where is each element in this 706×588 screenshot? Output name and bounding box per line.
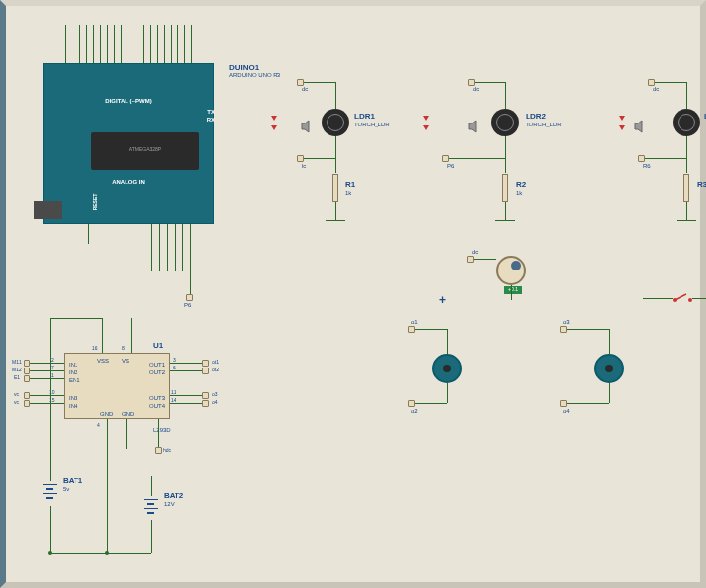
wire: [107, 25, 108, 63]
terminal: [24, 375, 30, 382]
wire: [686, 82, 687, 109]
wire: [472, 259, 496, 260]
wire: [335, 202, 336, 220]
m11-label: M11: [12, 359, 22, 365]
dc3-label: dc: [653, 86, 659, 92]
sounder-icon[interactable]: [300, 119, 316, 134]
bat1-name: BAT1: [63, 476, 82, 485]
r2[interactable]: [502, 174, 508, 202]
usb-port: [34, 201, 62, 219]
probe-icon: [619, 116, 625, 121]
schematic-canvas[interactable]: DIGITAL (~PWM) ATMEGA328P ANALOG IN RESE…: [0, 0, 706, 588]
wire: [159, 224, 160, 271]
wire: [565, 403, 609, 404]
p6b-label: P6: [447, 163, 454, 169]
pin14: 14: [171, 397, 176, 403]
motor2[interactable]: [594, 354, 624, 383]
wire: [335, 136, 336, 173]
wire: [643, 158, 686, 159]
pin4: 4: [97, 422, 100, 428]
wire: [50, 318, 51, 466]
wire: [50, 506, 51, 553]
arduino-board[interactable]: DIGITAL (~PWM) ATMEGA328P ANALOG IN RESE…: [43, 63, 214, 224]
r3[interactable]: [683, 174, 689, 202]
motor1[interactable]: [432, 354, 462, 383]
wire: [170, 395, 203, 396]
terminal: [202, 360, 209, 367]
terminal: [186, 294, 193, 301]
ldr3[interactable]: [673, 109, 700, 136]
tx-label: TX: [207, 109, 215, 115]
ldr2[interactable]: [491, 109, 519, 136]
terminal: [24, 392, 30, 399]
wire: [102, 318, 103, 353]
sounder-icon[interactable]: [467, 119, 482, 134]
wire: [170, 363, 203, 364]
wire: [143, 25, 144, 63]
wire: [50, 553, 151, 554]
pin6: 6: [173, 365, 176, 370]
r6-label: R6: [643, 163, 651, 169]
r1-name: R1: [345, 180, 355, 189]
bat2[interactable]: [144, 496, 156, 519]
r1[interactable]: [332, 174, 338, 202]
servo-value: +0.1: [504, 286, 522, 294]
wire: [164, 25, 165, 63]
wire: [565, 329, 609, 330]
servo-motor[interactable]: [496, 256, 526, 285]
wire: [126, 419, 127, 449]
ot1-label: ot1: [212, 359, 219, 365]
wire: [175, 224, 176, 271]
r2-name: R2: [516, 180, 526, 189]
o4-label: o4: [563, 408, 570, 414]
wire: [30, 403, 64, 404]
terminal: [24, 368, 30, 374]
wire: [335, 82, 336, 109]
bat2-name: BAT2: [164, 491, 183, 500]
dc2-label: dc: [473, 86, 479, 92]
wire: [167, 224, 168, 271]
switch[interactable]: [673, 290, 700, 304]
sounder-icon[interactable]: [633, 119, 649, 134]
rx-label: RX: [207, 117, 215, 122]
wire: [114, 25, 115, 63]
probe-icon: [423, 116, 429, 121]
wire: [191, 25, 192, 63]
terminal: [442, 155, 449, 162]
o3-label: o3: [563, 319, 570, 325]
terminal: [24, 360, 30, 367]
m12-label: M12: [12, 367, 22, 372]
bat1[interactable]: [43, 481, 55, 505]
wire: [151, 520, 152, 553]
wire: [447, 383, 448, 403]
ot2-label: ot2: [212, 367, 219, 372]
wire: [505, 82, 506, 109]
probe-icon: [619, 125, 625, 130]
wire: [30, 370, 64, 371]
pin11: 11: [171, 389, 176, 395]
reset-label: RESET: [92, 194, 98, 211]
wire: [182, 224, 183, 271]
wire: [30, 378, 64, 379]
wire: [609, 329, 610, 354]
o2-label: o2: [411, 408, 418, 414]
terminal: [202, 392, 209, 399]
u1-name: U1: [153, 341, 163, 350]
wire: [93, 25, 94, 63]
wire: [413, 329, 447, 330]
bat2-value: 12V: [164, 501, 175, 507]
ldr2-type: TORCH_LDR: [526, 122, 562, 127]
terminal: [297, 79, 304, 86]
pin2: 2: [51, 357, 54, 363]
pin3: 3: [173, 357, 176, 363]
wire: [107, 449, 108, 553]
o3b-label: o3: [212, 391, 218, 397]
o1-label: o1: [411, 319, 418, 325]
wire: [170, 403, 203, 404]
ldr1[interactable]: [322, 109, 349, 136]
dc-label: dc: [302, 86, 308, 92]
analog-label: ANALOG IN: [112, 179, 145, 185]
u1-ic[interactable]: IN1 IN2 EN1 IN3 IN4 VSS VS GND GND OUT1 …: [64, 353, 170, 419]
junction: [105, 551, 109, 555]
wire: [686, 202, 687, 220]
